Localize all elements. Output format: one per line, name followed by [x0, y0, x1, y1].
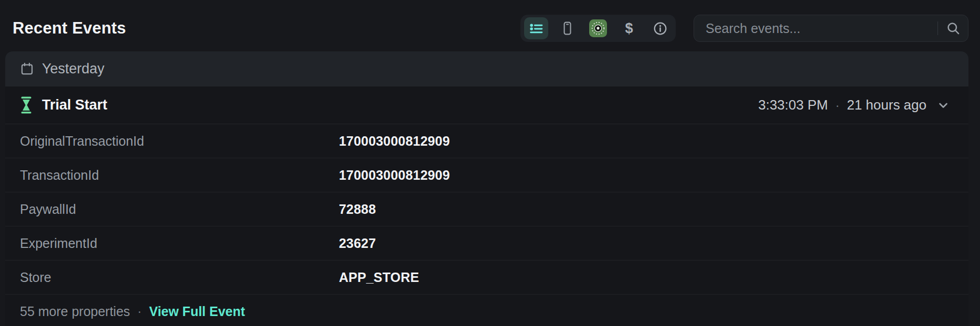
- chevron-down-icon[interactable]: [936, 98, 951, 113]
- list-view-button[interactable]: [524, 17, 548, 39]
- property-value: APP_STORE: [339, 270, 419, 285]
- property-value: 72888: [339, 202, 376, 217]
- page-title: Recent Events: [13, 19, 503, 38]
- property-label: PaywallId: [20, 202, 339, 217]
- property-label: Store: [20, 270, 339, 285]
- device-view-button[interactable]: [555, 17, 579, 39]
- more-properties-text: 55 more properties: [20, 304, 130, 319]
- search-divider: [938, 21, 938, 35]
- property-row: Store APP_STORE: [5, 260, 968, 295]
- time-separator: ·: [835, 98, 839, 113]
- event-relative-time: 21 hours ago: [847, 97, 926, 113]
- calendar-icon: [20, 62, 34, 76]
- date-group-header: Yesterday: [5, 51, 968, 86]
- view-full-event-link[interactable]: View Full Event: [149, 304, 245, 319]
- view-toolbar: $: [520, 15, 676, 42]
- app-logo-icon: [589, 19, 607, 37]
- event-row[interactable]: Trial Start 3:33:03 PM · 21 hours ago: [5, 86, 968, 124]
- event-footer: 55 more properties · View Full Event: [5, 295, 968, 326]
- info-button[interactable]: [648, 17, 672, 39]
- dollar-icon: $: [625, 21, 633, 36]
- phone-icon: [560, 21, 574, 35]
- property-value: 170003000812909: [339, 134, 450, 149]
- date-group-label: Yesterday: [42, 61, 104, 77]
- footer-separator: ·: [137, 304, 142, 319]
- event-name: Trial Start: [42, 97, 108, 113]
- info-icon: [653, 21, 667, 36]
- property-row: ExperimentId 23627: [5, 226, 968, 260]
- property-row: TransactionId 170003000812909: [5, 158, 968, 192]
- search-icon[interactable]: [946, 21, 961, 36]
- search-box: [694, 15, 968, 42]
- search-input[interactable]: [706, 21, 932, 36]
- revenue-view-button[interactable]: $: [617, 17, 641, 39]
- property-value: 170003000812909: [339, 168, 450, 183]
- property-row: PaywallId 72888: [5, 192, 968, 226]
- list-view-icon: [529, 21, 544, 36]
- hourglass-icon: [20, 96, 33, 114]
- property-row: OriginalTransactionId 170003000812909: [5, 124, 968, 158]
- events-panel: Yesterday Trial Start 3:33:03 PM · 21 ho…: [5, 51, 968, 326]
- property-label: ExperimentId: [20, 236, 339, 251]
- header: Recent Events: [0, 0, 980, 51]
- event-time: 3:33:03 PM: [758, 97, 828, 113]
- event-time-group: 3:33:03 PM · 21 hours ago: [758, 97, 926, 113]
- app-view-button[interactable]: [586, 17, 610, 39]
- property-value: 23627: [339, 236, 376, 251]
- property-label: OriginalTransactionId: [20, 134, 339, 149]
- property-label: TransactionId: [20, 168, 339, 183]
